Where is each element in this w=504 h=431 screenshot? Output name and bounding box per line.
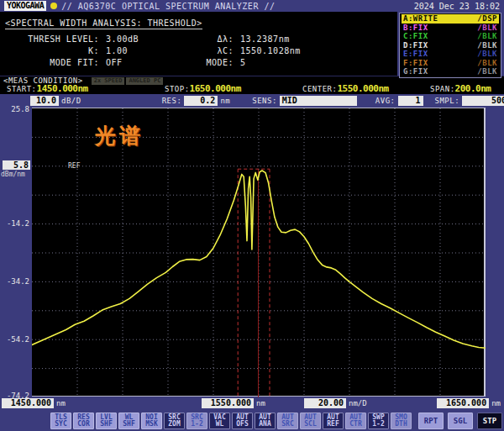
- softkey-label-line2: 1-2: [191, 421, 202, 428]
- softkey-lvl-shf[interactable]: LVLSHF: [96, 413, 117, 429]
- meas-condition-strip: <MEAS CONDITION> 2x SPEEDANGLED PC START…: [0, 76, 504, 94]
- ref-level-value[interactable]: 5.8: [3, 160, 30, 170]
- meas-field-stop: STOP:1650.000nm: [165, 83, 241, 94]
- param-label: Δλ:: [192, 34, 234, 44]
- instrument-title: // AQ6370C OPTICAL SPECTRUM ANALYZER //: [61, 2, 275, 11]
- analysis-header: <SPECTRAL WIDTH ANALYSIS: THRESHOLD>: [5, 18, 202, 29]
- analysis-param-row: THRESH LEVEL:3.00dBΔλ:13.2387nm: [5, 33, 397, 45]
- meas-field-center: CENTER:1550.000nm: [302, 83, 389, 94]
- trace-row-c[interactable]: C:FIX/BLK: [402, 32, 499, 41]
- softkey-swp-1-2[interactable]: SWP1-2: [368, 413, 389, 429]
- res-unit: nm: [220, 97, 230, 105]
- analysis-parameters: THRESH LEVEL:3.00dBΔλ:13.2387nmK:1.00λC:…: [5, 33, 397, 68]
- x-start-value[interactable]: 1450.000: [2, 398, 54, 408]
- meas-flags: 2x SPEEDANGLED PC: [92, 77, 164, 85]
- trace-mode: /BLK: [477, 67, 497, 76]
- softkey-src-zom[interactable]: SRCZOM: [164, 413, 185, 429]
- title-bar: YOKOGAWA // AQ6370C OPTICAL SPECTRUM ANA…: [0, 0, 504, 12]
- action-key-sgl[interactable]: SGL: [448, 413, 473, 429]
- meas-field-label: START:: [7, 85, 37, 93]
- param-label: MODE FIT:: [5, 58, 99, 67]
- softkey-label-line2: CTR: [349, 421, 361, 428]
- softkey-label-line2: SRC: [281, 421, 293, 428]
- softkey-label-line2: ZOM: [168, 421, 180, 428]
- meas-field-label: SPAN:: [430, 85, 455, 93]
- softkey-aut-src[interactable]: AUTSRC: [277, 413, 298, 429]
- softkey-label-line2: SCL: [304, 421, 316, 428]
- sens-value[interactable]: MID: [280, 96, 357, 106]
- action-key-stp[interactable]: STP: [477, 413, 502, 429]
- trace-name: A:WRITE: [403, 14, 438, 24]
- softkey-src-1-2[interactable]: SRC1-2: [186, 413, 207, 429]
- trace-row-b[interactable]: B:FIX/BLK: [402, 24, 499, 33]
- trace-name: F:FIX: [403, 59, 428, 68]
- meas-field-span: SPAN: 200.0nm: [430, 83, 491, 94]
- softkey-label-line2: 1-2: [372, 421, 384, 428]
- res-value[interactable]: 0.2: [184, 96, 218, 106]
- softkey-aut-ana[interactable]: AUTANA: [255, 413, 276, 429]
- softkey-aut-scl[interactable]: AUTSCL: [300, 413, 321, 429]
- softkey-label-line2: REF: [327, 421, 339, 428]
- level-scale-unit: dB/D: [61, 97, 81, 105]
- param-label: K:: [5, 46, 99, 55]
- analysis-panel: <SPECTRAL WIDTH ANALYSIS: THRESHOLD> THR…: [0, 12, 397, 76]
- level-scale-value[interactable]: 10.0: [30, 96, 59, 106]
- trace-name: E:FIX: [403, 50, 428, 59]
- x-center-value[interactable]: 1550.000: [202, 398, 254, 408]
- x-axis-row: 1450.000 nm 1550.000 nm 20.00 nm/D 1650.…: [0, 397, 504, 411]
- x-center-unit: nm: [256, 399, 265, 407]
- softkey-noi-msk[interactable]: NOIMSK: [141, 413, 162, 429]
- trace-row-a[interactable]: A:WRITE/DSP: [402, 14, 499, 24]
- meas-flag-2x-speed: 2x SPEED: [92, 77, 125, 85]
- x-start-unit: nm: [56, 399, 66, 407]
- trace-name: D:FIX: [403, 41, 428, 50]
- softkey-res-cor[interactable]: RESCOR: [73, 413, 94, 429]
- trace-row-d[interactable]: D:FIX/BLK: [402, 41, 499, 50]
- ref-tag: REF: [68, 162, 80, 170]
- x-stop-unit: nm: [491, 399, 501, 407]
- spectrum-trace-svg: [32, 108, 486, 397]
- trace-row-g[interactable]: G:FIX/BLK: [402, 67, 499, 76]
- avg-value[interactable]: 1: [398, 96, 423, 106]
- softkey-aut-ref[interactable]: AUTREF: [323, 413, 344, 429]
- param-value: 1550.1028nm: [234, 46, 301, 55]
- trace-status-box: A:WRITE/DSPB:FIX/BLKC:FIX/BLKD:FIX/BLKE:…: [399, 13, 501, 78]
- trace-mode: /BLK: [477, 41, 497, 50]
- trace-mode: /BLK: [477, 24, 497, 33]
- upper-panel: <SPECTRAL WIDTH ANALYSIS: THRESHOLD> THR…: [0, 12, 504, 76]
- softkey-vac-wl[interactable]: VACWL: [209, 413, 230, 429]
- softkey-smo-dth[interactable]: SMODTH: [391, 413, 412, 429]
- softkey-aut-ofs[interactable]: AUTOFS: [232, 413, 253, 429]
- softkey-label-line2: SYC: [55, 421, 66, 428]
- trace-mode: /DSP: [477, 14, 497, 24]
- param-value: 13.2387nm: [234, 34, 290, 44]
- param-label: MODE:: [192, 58, 234, 67]
- x-stop-value[interactable]: 1650.000: [437, 398, 489, 408]
- y-axis-top-label: 25.8: [1, 105, 29, 113]
- meas-field-value: 1450.000nm: [37, 83, 88, 94]
- trace-mode: /BLK: [477, 50, 497, 59]
- softkey-aut-ctr[interactable]: AUTCTR: [345, 413, 366, 429]
- brand-dot-icon: [50, 3, 57, 9]
- softkey-wl-shf[interactable]: WLSHF: [118, 413, 139, 429]
- y-axis-tick--34.2: -34.2: [1, 277, 29, 286]
- softkey-list: TLSSYCRESCORLVLSHFWLSHFNOIMSKSRCZOMSRC1-…: [50, 413, 412, 429]
- trace-row-f[interactable]: F:FIX/BLK: [402, 59, 499, 68]
- level-scale-toolbar: 10.0 dB/D RES: 0.2 nm SENS: MID AVG: 1 S…: [0, 94, 504, 108]
- action-key-rpt[interactable]: RPT: [418, 413, 444, 429]
- spectrum-annotation: 光谱: [95, 122, 144, 150]
- softkey-label-line2: SHF: [123, 421, 134, 428]
- x-scale-value[interactable]: 20.00: [304, 398, 346, 408]
- y-axis-tick--54.2: -54.2: [1, 335, 29, 344]
- graph-region: 25.8 -14.2 -34.2 -54.2 -74.2 5.8 dBm/nm …: [0, 108, 504, 397]
- yokogawa-logo: YOKOGAWA: [4, 1, 46, 11]
- spectrum-plot[interactable]: REF 光谱: [32, 108, 486, 397]
- smpl-value[interactable]: 5001(AUTO): [462, 96, 504, 106]
- trace-row-e[interactable]: E:FIX/BLK: [402, 50, 499, 59]
- analysis-param-row: K:1.00λC:1550.1028nm: [5, 45, 397, 56]
- trace-mode: /BLK: [477, 59, 497, 68]
- softkey-tls-syc[interactable]: TLSSYC: [50, 413, 71, 429]
- meas-field-value: 200.0nm: [455, 83, 491, 94]
- y-axis-tick--14.2: -14.2: [1, 219, 29, 228]
- datetime: 2024 Dec 23 18:02: [414, 2, 500, 11]
